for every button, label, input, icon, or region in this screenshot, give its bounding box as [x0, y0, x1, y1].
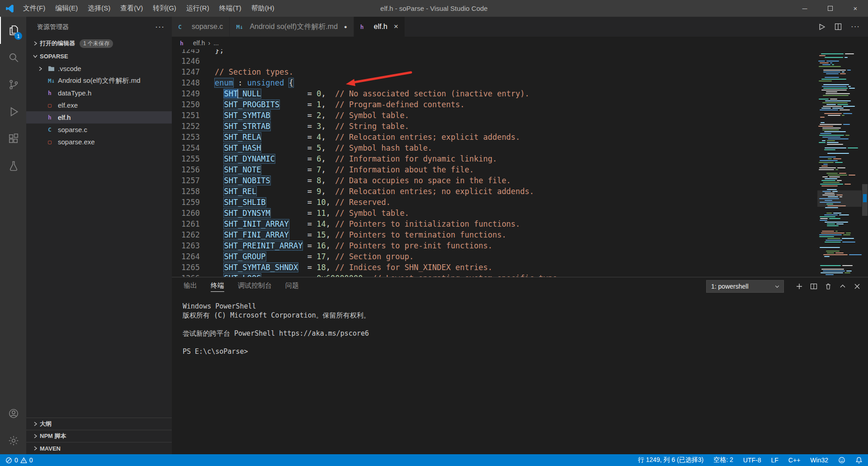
line-number[interactable]: 1252: [172, 121, 200, 132]
run-and-debug-icon[interactable]: [0, 98, 26, 125]
code-line-1264[interactable]: 1264 SHT_GROUP = 17, // Section group.: [172, 251, 817, 262]
tab-elf.h[interactable]: helf.h×: [354, 17, 405, 37]
file-dataType.h[interactable]: hdataType.h: [26, 87, 172, 99]
line-number[interactable]: 1255: [172, 153, 200, 164]
menu-帮助(H)[interactable]: 帮助(H): [246, 0, 279, 17]
panel-tab-输出[interactable]: 输出: [184, 281, 197, 292]
close-tab-icon[interactable]: ×: [394, 22, 398, 31]
split-terminal-icon[interactable]: [810, 283, 817, 290]
code-line-1266[interactable]: 1266 SHT_LOOS = 0x60000000, // Lowest op…: [172, 273, 817, 277]
code-area[interactable]: 1245};12461247// Section types.1248enum …: [172, 49, 868, 277]
status-language-mode[interactable]: C++: [788, 456, 800, 464]
tab-Android so(elf)文件解析.md[interactable]: M↓Android so(elf)文件解析.md●: [230, 17, 353, 37]
panel-tab-调试控制台[interactable]: 调试控制台: [238, 281, 272, 292]
section-MAVEN[interactable]: MAVEN: [26, 442, 172, 454]
breadcrumb[interactable]: h elf.h › ...: [172, 37, 868, 49]
minimap-slider[interactable]: [817, 190, 862, 207]
code-line-1259[interactable]: 1259 SHT_SHLIB = 10, // Reserved.: [172, 197, 817, 208]
open-editors-section[interactable]: 打开的编辑器 1 个未保存: [26, 37, 172, 50]
status-encoding[interactable]: UTF-8: [743, 456, 761, 464]
line-number[interactable]: 1260: [172, 208, 200, 219]
search-icon[interactable]: [0, 44, 26, 71]
terminal-picker-dropdown[interactable]: 1: powershell: [706, 280, 784, 293]
section-大纲[interactable]: 大纲: [26, 418, 172, 430]
line-number[interactable]: 1247: [172, 67, 200, 77]
status-platform-target[interactable]: Win32: [810, 456, 828, 464]
file-soparse.exe[interactable]: ▢soparse.exe: [26, 136, 172, 148]
code-line-1252[interactable]: 1252 SHT_STRTAB = 3, // String table.: [172, 121, 817, 132]
modified-dot-icon[interactable]: ●: [344, 24, 347, 29]
code-line-1261[interactable]: 1261 SHT_INIT_ARRAY = 14, // Pointers to…: [172, 219, 817, 229]
code-line-1247[interactable]: 1247// Section types.: [172, 67, 817, 77]
status-indentation[interactable]: 空格: 2: [713, 456, 733, 464]
minimize-button[interactable]: ─: [792, 0, 817, 17]
section-NPM 脚本[interactable]: NPM 脚本: [26, 430, 172, 442]
panel-tab-问题[interactable]: 问题: [285, 281, 299, 292]
menu-查看(V)[interactable]: 查看(V): [115, 0, 148, 17]
maximize-panel-icon[interactable]: [839, 283, 846, 290]
status-eol[interactable]: LF: [771, 456, 778, 464]
menu-转到(G)[interactable]: 转到(G): [148, 0, 181, 17]
line-number[interactable]: 1264: [172, 251, 200, 262]
terminal-output[interactable]: Windows PowerShell版权所有 (C) Microsoft Cor…: [172, 295, 868, 454]
run-code-icon[interactable]: [818, 23, 826, 31]
code-line-1254[interactable]: 1254 SHT_HASH = 5, // Symbol hash table.: [172, 143, 817, 153]
code-line-1260[interactable]: 1260 SHT_DYNSYM = 11, // Symbol table.: [172, 208, 817, 219]
menu-文件(F)[interactable]: 文件(F): [18, 0, 50, 17]
code-line-1265[interactable]: 1265 SHT_SYMTAB_SHNDX = 18, // Indices f…: [172, 262, 817, 273]
source-control-icon[interactable]: [0, 71, 26, 98]
settings-gear-icon[interactable]: [0, 427, 26, 454]
minimap[interactable]: [817, 49, 862, 277]
new-terminal-icon[interactable]: [796, 283, 803, 290]
code-line-1257[interactable]: 1257 SHT_NOBITS = 8, // Data occupies no…: [172, 175, 817, 186]
breadcrumb-file[interactable]: elf.h: [193, 39, 205, 47]
line-number[interactable]: 1266: [172, 273, 200, 277]
testing-icon[interactable]: [0, 152, 26, 180]
line-number[interactable]: 1249: [172, 88, 200, 99]
editor-scrollbar[interactable]: [862, 49, 868, 277]
code-line-1256[interactable]: 1256 SHT_NOTE = 7, // Information about …: [172, 164, 817, 175]
breadcrumb-more[interactable]: ...: [213, 39, 219, 47]
line-number[interactable]: 1261: [172, 219, 200, 229]
close-window-button[interactable]: ×: [843, 0, 868, 17]
line-number[interactable]: 1257: [172, 175, 200, 186]
menu-选择(S)[interactable]: 选择(S): [83, 0, 115, 17]
line-number[interactable]: 1254: [172, 143, 200, 153]
feedback-smiley-icon[interactable]: [838, 456, 845, 464]
code-line-1249[interactable]: 1249 SHT_NULL = 0, // No associated sect…: [172, 88, 817, 99]
panel-tab-终端[interactable]: 终端: [211, 281, 224, 292]
code-line-1246[interactable]: 1246: [172, 56, 817, 67]
line-number[interactable]: 1248: [172, 77, 200, 88]
line-number[interactable]: 1262: [172, 229, 200, 240]
problems-status[interactable]: 0 0: [5, 456, 33, 464]
code-line-1245[interactable]: 1245};: [172, 49, 817, 56]
split-editor-icon[interactable]: [835, 23, 842, 30]
code-line-1253[interactable]: 1253 SHT_RELA = 4, // Relocation entries…: [172, 132, 817, 143]
line-number[interactable]: 1263: [172, 240, 200, 251]
menu-运行(R)[interactable]: 运行(R): [181, 0, 214, 17]
project-section[interactable]: SOPARSE: [26, 50, 172, 62]
file-soparse.c[interactable]: Csoparse.c: [26, 124, 172, 136]
extensions-icon[interactable]: [0, 125, 26, 152]
line-number[interactable]: 1256: [172, 164, 200, 175]
code-line-1250[interactable]: 1250 SHT_PROGBITS = 1, // Program-define…: [172, 99, 817, 110]
status-cursor-position[interactable]: 行 1249, 列 6 (已选择3): [638, 456, 704, 464]
line-number[interactable]: 1245: [172, 49, 200, 56]
line-number[interactable]: 1253: [172, 132, 200, 143]
file-elf.exe[interactable]: ▢elf.exe: [26, 99, 172, 111]
editor-more-actions-icon[interactable]: ···: [851, 22, 860, 31]
code-line-1255[interactable]: 1255 SHT_DYNAMIC = 6, // Information for…: [172, 153, 817, 164]
account-icon[interactable]: [0, 400, 26, 427]
code-line-1248[interactable]: 1248enum : unsigned {: [172, 77, 817, 88]
line-number[interactable]: 1265: [172, 262, 200, 273]
sidebar-more-actions-icon[interactable]: ···: [155, 22, 165, 32]
tab-soparse.c[interactable]: Csoparse.c: [172, 17, 229, 37]
code-line-1258[interactable]: 1258 SHT_REL = 9, // Relocation entries;…: [172, 186, 817, 197]
line-number[interactable]: 1251: [172, 110, 200, 121]
line-number[interactable]: 1259: [172, 197, 200, 208]
explorer-icon[interactable]: 1: [0, 17, 26, 44]
line-number[interactable]: 1258: [172, 186, 200, 197]
maximize-button[interactable]: [817, 0, 843, 17]
line-number[interactable]: 1246: [172, 56, 200, 67]
close-panel-icon[interactable]: [854, 283, 861, 290]
